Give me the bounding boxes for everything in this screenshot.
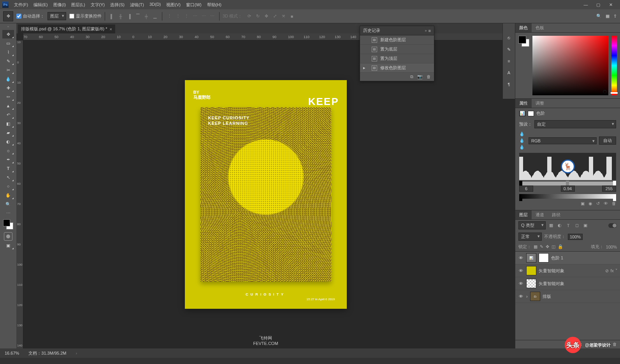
snapshot-icon[interactable]: 📷 (417, 74, 423, 79)
input-white[interactable]: 255 (602, 186, 616, 192)
new-doc-from-state-icon[interactable]: ⧉ (410, 74, 413, 79)
type-tool[interactable]: T (2, 164, 14, 173)
close-icon[interactable]: × (109, 27, 112, 32)
align-right-icon[interactable]: ▐ (125, 12, 133, 20)
clip-icon[interactable]: ▣ (581, 201, 585, 206)
tab-properties[interactable]: 属性 (515, 99, 532, 108)
quick-select-tool[interactable]: ✎ (2, 57, 14, 65)
eraser-tool[interactable]: ◧ (2, 119, 14, 128)
delete-layer-icon[interactable]: 🗑 (613, 342, 617, 347)
layer-name[interactable]: 排版 (543, 294, 551, 299)
auto-select-target[interactable]: 图层 (47, 12, 66, 20)
hand-tool[interactable]: ✋ (2, 191, 14, 200)
collapse-panel-icon[interactable]: » (425, 29, 426, 33)
eye-icon[interactable]: 👁 (518, 256, 524, 260)
color-field[interactable] (532, 36, 608, 95)
lock-pos-icon[interactable]: ✥ (546, 244, 549, 249)
auto-select-checkbox[interactable] (16, 14, 21, 19)
dock-icon-1[interactable]: ⎋ (506, 34, 513, 41)
input-sliders[interactable] (519, 182, 616, 186)
dock-icon-4[interactable]: A (506, 69, 513, 76)
window-maximize-icon[interactable]: ▢ (594, 2, 603, 7)
3d-icon-2[interactable]: ↻ (254, 12, 262, 20)
menu-filter[interactable]: 滤镜(T) (128, 1, 146, 9)
color-fgbg[interactable] (518, 36, 529, 47)
menu-layer[interactable]: 图层(L) (69, 1, 87, 9)
collapse-icon[interactable]: « (0, 25, 16, 30)
menu-image[interactable]: 图像(I) (51, 1, 68, 9)
3d-icon-6[interactable]: ■ (288, 12, 296, 20)
tab-color[interactable]: 颜色 (515, 23, 532, 32)
history-item[interactable]: ▤新建色阶图层 (360, 35, 434, 45)
shape-tool[interactable]: ○ (2, 182, 14, 191)
document-tab[interactable]: 排版模版.psd @ 16.7% (色阶 1, 图层蒙版/8) * × (18, 24, 115, 33)
dodge-tool[interactable]: ☼ (2, 146, 14, 155)
menu-edit[interactable]: 编辑(E) (31, 1, 50, 9)
view-icon[interactable]: ◉ (588, 201, 592, 206)
eyedropper-black-icon[interactable]: 💧 (519, 131, 525, 136)
panel-menu-icon[interactable]: ≡ (429, 28, 431, 33)
show-transform-checkbox[interactable] (69, 14, 74, 19)
workspace-icon[interactable]: ▦ (606, 14, 609, 19)
dock-icon-3[interactable]: ≡ (506, 58, 513, 65)
tab-layers[interactable]: 图层 (515, 210, 532, 219)
distribute-5-icon[interactable]: ⋯ (200, 12, 207, 20)
3d-icon-3[interactable]: ✥ (262, 12, 270, 20)
auto-button[interactable]: 自动 (599, 136, 616, 145)
history-item[interactable]: ▤置为顶层 (360, 54, 434, 63)
fx-label[interactable]: fx (610, 268, 614, 273)
edit-toolbar[interactable]: ⋯ (2, 209, 14, 217)
chevron-icon[interactable]: ˅ (615, 268, 618, 273)
eye-icon[interactable]: 👁 (518, 281, 524, 286)
filter-shape-icon[interactable]: ◻ (574, 222, 580, 229)
marquee-tool[interactable]: ▭ (2, 39, 14, 47)
layer-row[interactable]: 👁 › 🗀 排版 (515, 290, 620, 303)
fill-value[interactable]: 100% (606, 245, 617, 249)
status-chevron-icon[interactable]: › (76, 351, 77, 355)
menu-file[interactable]: 文件(F) (12, 1, 30, 9)
filter-pixel-icon[interactable]: ▩ (548, 222, 554, 229)
dock-icon-2[interactable]: ✎ (506, 46, 513, 53)
preset-select[interactable]: 自定 (534, 120, 616, 128)
zoom-tool[interactable]: 🔍 (2, 200, 14, 208)
path-select-tool[interactable]: ↖ (2, 173, 14, 182)
align-hcenter-icon[interactable]: ╫ (117, 12, 125, 20)
tab-adjustments[interactable]: 调整 (532, 99, 548, 108)
eyedropper-white-icon[interactable]: 💧 (519, 145, 525, 150)
filter-type-icon[interactable]: T (565, 222, 571, 229)
zoom-level[interactable]: 16.67% (5, 351, 19, 355)
3d-icon-5[interactable]: ⤧ (279, 12, 287, 20)
window-close-icon[interactable]: ✕ (606, 2, 615, 7)
eye-icon[interactable]: 👁 (518, 294, 524, 299)
quickmask-icon[interactable] (4, 232, 12, 241)
dock-icon-5[interactable]: ¶ (506, 81, 513, 88)
output-gradient[interactable] (519, 194, 616, 199)
lock-nest-icon[interactable]: ◫ (552, 244, 555, 249)
align-vcenter-icon[interactable]: ╪ (142, 12, 150, 20)
opacity-value[interactable]: 100% (568, 234, 583, 240)
tab-swatches[interactable]: 色板 (532, 23, 548, 32)
tab-paths[interactable]: 路径 (548, 210, 564, 219)
menu-3d[interactable]: 3D(D) (147, 1, 163, 9)
gradient-tool[interactable]: ▰ (2, 128, 14, 137)
eyedropper-gray-icon[interactable]: 💧 (519, 138, 525, 143)
align-bottom-icon[interactable]: ▁ (151, 12, 159, 20)
distribute-6-icon[interactable]: ⋯ (208, 12, 216, 20)
distribute-1-icon[interactable]: ⋮ (165, 12, 173, 20)
distribute-2-icon[interactable]: ⋮ (174, 12, 182, 20)
menu-help[interactable]: 帮助(H) (205, 1, 224, 9)
chevron-right-icon[interactable]: › (526, 294, 528, 299)
menu-type[interactable]: 文字(Y) (88, 1, 107, 9)
layer-name[interactable]: 矢量智能对象 (539, 268, 564, 274)
3d-icon-1[interactable]: ⟳ (245, 12, 253, 20)
input-black[interactable]: 6 (519, 186, 533, 192)
hue-slider[interactable] (611, 36, 617, 95)
brush-tool[interactable]: ✏ (2, 93, 14, 101)
color-swatch-tool[interactable] (3, 219, 13, 229)
3d-icon-4[interactable]: ⤢ (271, 12, 279, 20)
doc-size[interactable]: 文档：31.3M/95.2M (28, 350, 66, 356)
lock-all-icon[interactable]: 🔒 (558, 244, 563, 249)
mask-icon[interactable] (528, 111, 534, 116)
screenmode-icon[interactable]: ▣ (2, 241, 14, 250)
ruler-horizontal[interactable]: 7060504030201001020304050607080901001101… (23, 33, 515, 40)
